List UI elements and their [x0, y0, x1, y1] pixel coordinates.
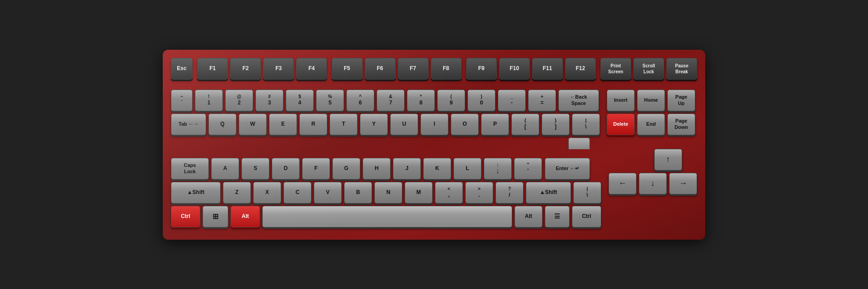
- key-l[interactable]: L: [453, 158, 481, 180]
- key-f3[interactable]: F3: [263, 58, 294, 80]
- key-b[interactable]: B: [344, 182, 372, 204]
- key-f11[interactable]: F11: [532, 58, 563, 80]
- qwerty-row: Tab ←→ Q W E R T Y U I O P { [ } ]: [171, 114, 601, 135]
- key-ctrl-right[interactable]: Ctrl: [572, 206, 601, 227]
- key-shift-right[interactable]: ▲Shift: [526, 182, 571, 204]
- key-delete[interactable]: Delete: [607, 114, 635, 135]
- key-d[interactable]: D: [272, 158, 300, 180]
- key-page-up[interactable]: PageUp: [667, 90, 695, 111]
- key-end[interactable]: End: [637, 114, 665, 135]
- number-row: ~ ` ! 1 @ 2 # 3 $ 4: [171, 90, 601, 111]
- key-page-down[interactable]: PageDown: [667, 114, 695, 135]
- main-area: ~ ` ! 1 @ 2 # 3 $ 4: [171, 90, 697, 230]
- key-j[interactable]: J: [393, 158, 421, 180]
- key-e[interactable]: E: [269, 114, 297, 135]
- key-comma[interactable]: < ,: [435, 182, 463, 204]
- nav-cluster-top: Insert Home PageUp: [607, 90, 697, 111]
- key-slash[interactable]: ? /: [495, 182, 524, 204]
- key-t[interactable]: T: [330, 114, 358, 135]
- key-f4[interactable]: F4: [296, 58, 327, 80]
- nav-cluster-mid: Delete End PageDown: [607, 114, 697, 135]
- key-arrow-left[interactable]: ←: [609, 173, 637, 194]
- key-9[interactable]: ( 9: [437, 90, 465, 111]
- key-tab[interactable]: Tab ←→: [171, 114, 206, 135]
- key-scroll-lock[interactable]: ScrollLock: [633, 58, 664, 80]
- key-1[interactable]: ! 1: [195, 90, 223, 111]
- key-minus[interactable]: _ -: [498, 90, 526, 111]
- key-h[interactable]: H: [363, 158, 391, 180]
- key-win-left[interactable]: ⊞: [203, 206, 228, 227]
- key-backspace[interactable]: ←BackSpace: [558, 90, 599, 111]
- key-p[interactable]: P: [481, 114, 509, 135]
- key-2[interactable]: @ 2: [225, 90, 253, 111]
- key-i[interactable]: I: [420, 114, 448, 135]
- key-backslash-right[interactable]: | \: [573, 182, 601, 204]
- key-f9[interactable]: F9: [466, 58, 497, 80]
- key-w[interactable]: W: [239, 114, 267, 135]
- key-f2[interactable]: F2: [230, 58, 261, 80]
- key-r[interactable]: R: [299, 114, 327, 135]
- key-f6[interactable]: F6: [365, 58, 396, 80]
- key-f5[interactable]: F5: [332, 58, 363, 80]
- key-u[interactable]: U: [390, 114, 418, 135]
- key-g[interactable]: G: [332, 158, 360, 180]
- key-3[interactable]: # 3: [255, 90, 283, 111]
- key-menu[interactable]: ☰: [545, 206, 570, 227]
- key-a[interactable]: A: [211, 158, 239, 180]
- zxcv-row: ▲Shift Z X C V B N M < , > . ? /: [171, 182, 601, 204]
- key-x[interactable]: X: [253, 182, 281, 204]
- key-0[interactable]: ) 0: [467, 90, 495, 111]
- function-row: Esc F1 F2 F3 F4 F5 F6 F7 F8 F9 F10 F11 F…: [171, 58, 697, 80]
- key-caps-lock[interactable]: CapsLock: [171, 158, 209, 180]
- key-rbrace[interactable]: } ]: [542, 114, 570, 135]
- key-semi[interactable]: : ;: [484, 158, 512, 180]
- key-y[interactable]: Y: [360, 114, 388, 135]
- key-equals[interactable]: + =: [528, 90, 556, 111]
- key-z[interactable]: Z: [223, 182, 251, 204]
- key-arrow-down[interactable]: ↓: [639, 173, 667, 194]
- right-section: Insert Home PageUp Delete End PageDown ↑…: [607, 90, 697, 230]
- key-5[interactable]: % 5: [316, 90, 344, 111]
- key-space[interactable]: [262, 206, 512, 227]
- key-7[interactable]: & 7: [377, 90, 405, 111]
- key-k[interactable]: K: [423, 158, 451, 180]
- key-lbrace[interactable]: { [: [511, 114, 539, 135]
- key-home[interactable]: Home: [637, 90, 665, 111]
- key-f10[interactable]: F10: [499, 58, 530, 80]
- key-quote[interactable]: " ': [514, 158, 542, 180]
- key-m[interactable]: M: [405, 182, 433, 204]
- key-print-screen[interactable]: PrintScreen: [600, 58, 631, 80]
- asdf-row: CapsLock A S D F G H J K L : ; " ': [171, 137, 601, 180]
- key-period[interactable]: > .: [465, 182, 493, 204]
- nav-spacer: [607, 137, 697, 147]
- key-alt-right[interactable]: Alt: [514, 206, 542, 227]
- key-6[interactable]: ^ 6: [346, 90, 374, 111]
- key-f8[interactable]: F8: [431, 58, 462, 80]
- key-s[interactable]: S: [241, 158, 269, 180]
- key-f12[interactable]: F12: [565, 58, 596, 80]
- key-tilde[interactable]: ~ `: [171, 90, 193, 111]
- key-esc[interactable]: Esc: [171, 58, 193, 80]
- key-q[interactable]: Q: [208, 114, 236, 135]
- key-f7[interactable]: F7: [398, 58, 429, 80]
- key-pause-break[interactable]: PauseBreak: [666, 58, 697, 80]
- key-n[interactable]: N: [374, 182, 402, 204]
- left-section: ~ ` ! 1 @ 2 # 3 $ 4: [171, 90, 601, 230]
- key-arrow-right[interactable]: →: [669, 173, 697, 194]
- key-v[interactable]: V: [314, 182, 342, 204]
- key-enter[interactable]: Enter ←↵: [545, 158, 590, 180]
- key-insert[interactable]: Insert: [607, 90, 635, 111]
- key-c[interactable]: C: [283, 182, 311, 204]
- bottom-row: Ctrl ⊞ Alt Alt ☰ Ctrl: [171, 206, 601, 227]
- key-shift-left[interactable]: ▲Shift: [171, 182, 221, 204]
- key-arrow-up[interactable]: ↑: [654, 149, 682, 171]
- key-pipe[interactable]: | \: [572, 114, 600, 135]
- key-f[interactable]: F: [302, 158, 330, 180]
- key-ctrl-left[interactable]: Ctrl: [171, 206, 200, 227]
- key-f1[interactable]: F1: [197, 58, 228, 80]
- key-alt-left[interactable]: Alt: [231, 206, 260, 227]
- key-4[interactable]: $ 4: [286, 90, 314, 111]
- key-o[interactable]: O: [451, 114, 479, 135]
- key-8[interactable]: * 8: [407, 90, 435, 111]
- arrow-cluster: ↑ ← ↓ →: [607, 149, 697, 194]
